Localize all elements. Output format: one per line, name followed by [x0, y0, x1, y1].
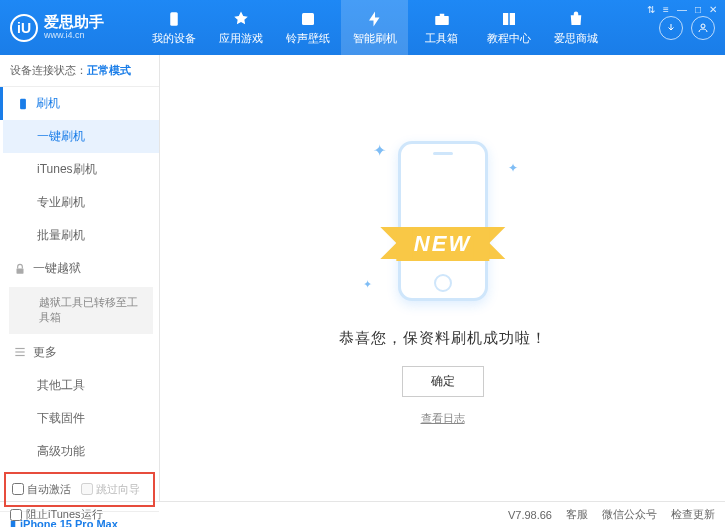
sidebar-item-advanced[interactable]: 高级功能 [3, 435, 159, 468]
section-title: 刷机 [36, 95, 60, 112]
nav-label: 工具箱 [425, 31, 458, 46]
nav-apps-games[interactable]: 应用游戏 [207, 0, 274, 55]
checkbox-skip-guide[interactable]: 跳过向导 [81, 482, 140, 497]
checkbox-label: 跳过向导 [96, 482, 140, 497]
svg-rect-1 [302, 13, 314, 25]
sidebar-item-other-tools[interactable]: 其他工具 [3, 369, 159, 402]
view-log-link[interactable]: 查看日志 [421, 411, 465, 426]
check-update-link[interactable]: 检查更新 [671, 507, 715, 522]
sparkle-icon: ✦ [373, 141, 386, 160]
user-button[interactable] [691, 16, 715, 40]
app-logo: iU 爱思助手 www.i4.cn [10, 14, 140, 42]
svg-point-4 [701, 24, 705, 28]
phone-icon [16, 97, 30, 111]
nav-my-device[interactable]: 我的设备 [140, 0, 207, 55]
status-mode: 正常模式 [87, 64, 131, 76]
skip-guide-checkbox [81, 483, 93, 495]
main-content: ✦ ✦ ✦ NEW 恭喜您，保资料刷机成功啦！ 确定 查看日志 [160, 55, 725, 501]
svg-rect-0 [170, 12, 178, 26]
device-icon [165, 10, 183, 28]
status-label: 设备连接状态： [10, 64, 87, 76]
auto-activate-checkbox[interactable] [12, 483, 24, 495]
sidebar-item-oneclick-flash[interactable]: 一键刷机 [3, 120, 159, 153]
sidebar-item-download-firmware[interactable]: 下载固件 [3, 402, 159, 435]
device-status: 设备连接状态：正常模式 [0, 55, 159, 87]
sidebar-section-jailbreak[interactable]: 一键越狱 [3, 252, 159, 285]
block-itunes-label: 阻止iTunes运行 [26, 507, 103, 522]
sidebar-section-more[interactable]: 更多 [3, 336, 159, 369]
support-link[interactable]: 客服 [566, 507, 588, 522]
block-itunes-checkbox[interactable] [10, 509, 22, 521]
nav-label: 智能刷机 [353, 31, 397, 46]
nav-label: 应用游戏 [219, 31, 263, 46]
app-title: 爱思助手 [44, 14, 104, 31]
maximize-icon[interactable]: □ [695, 4, 701, 15]
sidebar-item-batch-flash[interactable]: 批量刷机 [3, 219, 159, 252]
store-icon [567, 10, 585, 28]
svg-rect-8 [15, 352, 24, 353]
nav-label: 爱思商城 [554, 31, 598, 46]
lock-icon [13, 262, 27, 276]
sidebar-item-pro-flash[interactable]: 专业刷机 [3, 186, 159, 219]
section-title: 一键越狱 [33, 260, 81, 277]
version-label: V7.98.66 [508, 509, 552, 521]
minimize-icon[interactable]: ― [677, 4, 687, 15]
svg-rect-9 [15, 355, 24, 356]
close-icon[interactable]: ✕ [709, 4, 717, 15]
block-itunes-option[interactable]: 阻止iTunes运行 [10, 507, 103, 522]
wallpaper-icon [299, 10, 317, 28]
svg-rect-6 [17, 268, 24, 273]
toolbox-icon [433, 10, 451, 28]
jailbreak-note: 越狱工具已转移至工具箱 [9, 287, 153, 334]
main-nav: 我的设备 应用游戏 铃声壁纸 智能刷机 工具箱 教程中心 爱思商城 [140, 0, 659, 55]
logo-badge-icon: iU [10, 14, 38, 42]
checkbox-auto-activate[interactable]: 自动激活 [12, 482, 71, 497]
sidebar-item-itunes-flash[interactable]: iTunes刷机 [3, 153, 159, 186]
checkbox-label: 自动激活 [27, 482, 71, 497]
nav-toolbox[interactable]: 工具箱 [408, 0, 475, 55]
nav-label: 教程中心 [487, 31, 531, 46]
nav-smart-flash[interactable]: 智能刷机 [341, 0, 408, 55]
options-highlight-box: 自动激活 跳过向导 [4, 472, 155, 507]
nav-label: 铃声壁纸 [286, 31, 330, 46]
ok-button[interactable]: 确定 [402, 366, 484, 397]
apps-icon [232, 10, 250, 28]
sparkle-icon: ✦ [363, 278, 372, 291]
book-icon [500, 10, 518, 28]
nav-ringtone-wallpaper[interactable]: 铃声壁纸 [274, 0, 341, 55]
phone-illustration [398, 141, 488, 301]
download-button[interactable] [659, 16, 683, 40]
list-icon [13, 345, 27, 359]
nav-label: 我的设备 [152, 31, 196, 46]
wifi-icon[interactable]: ⇅ [647, 4, 655, 15]
sparkle-icon: ✦ [508, 161, 518, 175]
flash-icon [366, 10, 384, 28]
section-title: 更多 [33, 344, 57, 361]
svg-rect-7 [15, 348, 24, 349]
sidebar-section-flash[interactable]: 刷机 [0, 87, 159, 120]
success-illustration: ✦ ✦ ✦ NEW [353, 131, 533, 311]
svg-rect-2 [435, 16, 449, 25]
nav-tutorials[interactable]: 教程中心 [475, 0, 542, 55]
sidebar: 设备连接状态：正常模式 刷机 一键刷机 iTunes刷机 专业刷机 批量刷机 一… [0, 55, 160, 501]
menu-icon[interactable]: ≡ [663, 4, 669, 15]
svg-rect-5 [20, 98, 26, 109]
success-message: 恭喜您，保资料刷机成功啦！ [339, 329, 547, 348]
app-url: www.i4.cn [44, 31, 104, 41]
app-header: iU 爱思助手 www.i4.cn 我的设备 应用游戏 铃声壁纸 智能刷机 工具… [0, 0, 725, 55]
new-ribbon: NEW [396, 227, 489, 261]
wechat-link[interactable]: 微信公众号 [602, 507, 657, 522]
svg-rect-3 [439, 13, 444, 15]
nav-store[interactable]: 爱思商城 [542, 0, 609, 55]
